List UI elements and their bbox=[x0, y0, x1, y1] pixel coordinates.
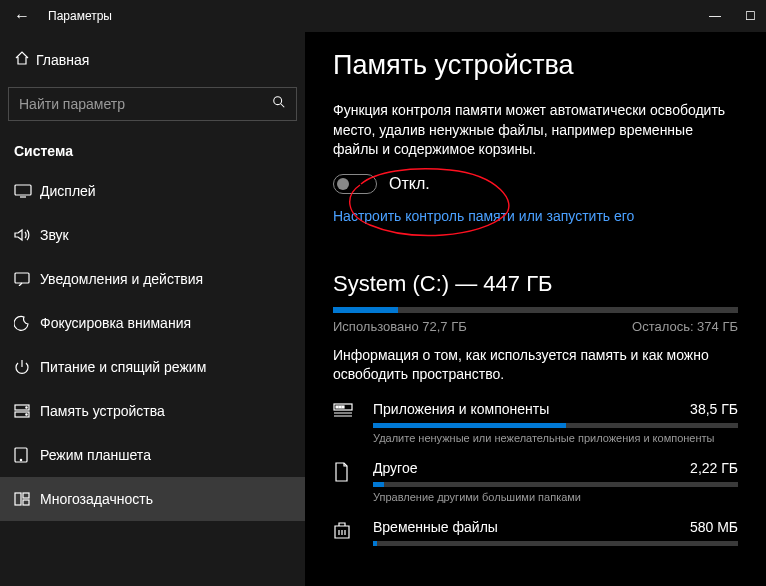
main-content: Память устройства Функция контроля памят… bbox=[305, 32, 766, 586]
category-bar bbox=[373, 482, 738, 487]
drive-title: System (C:) — 447 ГБ bbox=[333, 271, 738, 297]
search-box[interactable] bbox=[8, 87, 297, 121]
tablet-icon bbox=[14, 447, 40, 463]
focus-icon bbox=[14, 315, 40, 331]
svg-rect-11 bbox=[23, 500, 29, 505]
power-icon bbox=[14, 359, 40, 375]
section-label: Система bbox=[0, 121, 305, 169]
svg-point-6 bbox=[26, 414, 27, 415]
sidebar-item-label: Многозадачность bbox=[40, 491, 153, 507]
sidebar-item-label: Память устройства bbox=[40, 403, 165, 419]
maximize-button[interactable]: ☐ bbox=[745, 9, 756, 23]
sidebar-item-display[interactable]: Дисплей bbox=[0, 169, 305, 213]
svg-rect-14 bbox=[339, 406, 341, 408]
sidebar-item-label: Дисплей bbox=[40, 183, 96, 199]
category-icon bbox=[333, 401, 357, 423]
sidebar-item-power[interactable]: Питание и спящий режим bbox=[0, 345, 305, 389]
drive-free-label: Осталось: 374 ГБ bbox=[632, 319, 738, 334]
sidebar-item-storage[interactable]: Память устройства bbox=[0, 389, 305, 433]
home-icon bbox=[14, 50, 36, 69]
sidebar-item-label: Фокусировка внимания bbox=[40, 315, 191, 331]
sidebar-item-notifications[interactable]: Уведомления и действия bbox=[0, 257, 305, 301]
category-icon bbox=[333, 519, 357, 543]
category-icon bbox=[333, 460, 357, 486]
sidebar-item-label: Уведомления и действия bbox=[40, 271, 203, 287]
sidebar-item-sound[interactable]: Звук bbox=[0, 213, 305, 257]
category-sub: Управление другими большими папками bbox=[373, 491, 738, 503]
search-icon bbox=[272, 95, 286, 113]
drive-desc: Информация о том, как используется памят… bbox=[333, 346, 738, 385]
storage-category[interactable]: Приложения и компоненты38,5 ГБУдалите не… bbox=[333, 401, 738, 444]
sidebar-item-focus[interactable]: Фокусировка внимания bbox=[0, 301, 305, 345]
display-icon bbox=[14, 184, 40, 198]
sidebar-item-label: Режим планшета bbox=[40, 447, 151, 463]
sound-icon bbox=[14, 228, 40, 242]
page-title: Память устройства bbox=[333, 50, 738, 81]
svg-rect-10 bbox=[23, 493, 29, 498]
search-input[interactable] bbox=[19, 96, 272, 112]
multitask-icon bbox=[14, 492, 40, 506]
svg-rect-9 bbox=[15, 493, 21, 505]
storage-icon bbox=[14, 404, 40, 418]
drive-usage-bar bbox=[333, 307, 738, 313]
svg-rect-1 bbox=[15, 185, 31, 195]
storage-category[interactable]: Временные файлы580 МБ bbox=[333, 519, 738, 546]
storage-sense-toggle[interactable] bbox=[333, 174, 377, 194]
svg-rect-13 bbox=[336, 406, 338, 408]
sidebar: Главная Система ДисплейЗвукУведомления и… bbox=[0, 32, 305, 586]
category-bar bbox=[373, 541, 738, 546]
svg-rect-2 bbox=[15, 273, 29, 283]
category-size: 2,22 ГБ bbox=[690, 460, 738, 476]
window-title: Параметры bbox=[48, 9, 112, 23]
storage-sense-desc: Функция контроля памяти может автоматиче… bbox=[333, 101, 738, 160]
configure-storage-sense-link[interactable]: Настроить контроль памяти или запустить … bbox=[333, 208, 634, 224]
sidebar-item-multitask[interactable]: Многозадачность bbox=[0, 477, 305, 521]
back-button[interactable]: ← bbox=[10, 7, 34, 25]
category-name: Другое bbox=[373, 460, 417, 476]
notifications-icon bbox=[14, 272, 40, 286]
category-size: 580 МБ bbox=[690, 519, 738, 535]
category-bar bbox=[373, 423, 738, 428]
svg-point-8 bbox=[20, 459, 21, 460]
sidebar-item-tablet[interactable]: Режим планшета bbox=[0, 433, 305, 477]
category-name: Приложения и компоненты bbox=[373, 401, 549, 417]
svg-point-5 bbox=[26, 407, 27, 408]
minimize-button[interactable]: ― bbox=[709, 9, 721, 23]
toggle-state-label: Откл. bbox=[389, 175, 430, 193]
category-size: 38,5 ГБ bbox=[690, 401, 738, 417]
storage-category[interactable]: Другое2,22 ГБУправление другими большими… bbox=[333, 460, 738, 503]
home-button[interactable]: Главная bbox=[0, 42, 305, 77]
svg-rect-15 bbox=[342, 406, 344, 408]
sidebar-item-label: Питание и спящий режим bbox=[40, 359, 206, 375]
category-sub: Удалите ненужные или нежелательные прило… bbox=[373, 432, 738, 444]
svg-point-0 bbox=[274, 97, 282, 105]
category-name: Временные файлы bbox=[373, 519, 498, 535]
drive-used-label: Использовано 72,7 ГБ bbox=[333, 319, 467, 334]
toggle-knob bbox=[337, 178, 349, 190]
home-label: Главная bbox=[36, 52, 89, 68]
sidebar-item-label: Звук bbox=[40, 227, 69, 243]
